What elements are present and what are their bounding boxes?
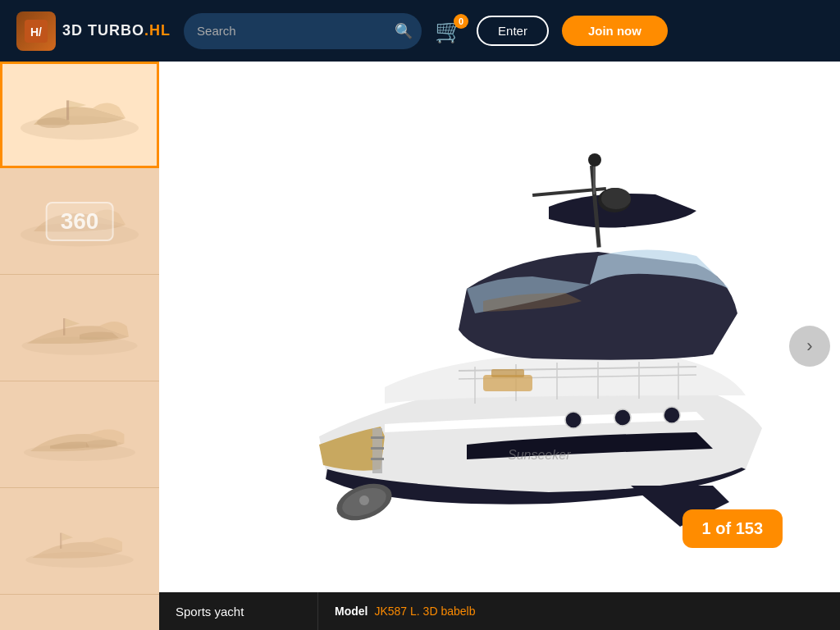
- next-arrow-icon: ›: [806, 336, 812, 357]
- svg-rect-10: [60, 532, 62, 548]
- badge-360: 360: [46, 202, 114, 241]
- yacht-thumbnail-5: [14, 509, 145, 574]
- svg-point-16: [601, 188, 631, 209]
- svg-rect-3: [66, 100, 69, 120]
- logo-3d: 3D: [62, 22, 83, 39]
- sidebar: 360: [0, 62, 159, 630]
- cart-container[interactable]: 🛒 0: [435, 17, 463, 44]
- search-container: 🔍: [184, 13, 422, 49]
- svg-point-4: [37, 117, 70, 128]
- yacht-thumbnail-1: [14, 82, 145, 148]
- footer-bar: Sports yacht Model JK587 L. 3D babelb: [159, 592, 840, 630]
- header: H/ 3D TURBO.HL 🔍 🛒 0 Enter Join now: [0, 0, 840, 62]
- svg-rect-7: [63, 318, 65, 336]
- svg-rect-19: [371, 447, 384, 450]
- svg-point-35: [664, 407, 680, 423]
- sidebar-item-3[interactable]: [0, 275, 159, 381]
- svg-rect-17: [372, 428, 382, 473]
- svg-rect-13: [593, 162, 596, 194]
- join-button[interactable]: Join now: [562, 16, 668, 46]
- logo-turbo: TURBO: [88, 22, 144, 39]
- svg-point-14: [588, 153, 601, 167]
- logo-icon: H/: [16, 11, 56, 51]
- sidebar-item-4[interactable]: [0, 381, 159, 488]
- logo-hl: .HL: [144, 22, 171, 39]
- svg-rect-20: [371, 458, 384, 460]
- next-button[interactable]: ›: [789, 326, 830, 367]
- logo[interactable]: H/ 3D TURBO.HL: [16, 11, 171, 51]
- search-button[interactable]: 🔍: [386, 13, 422, 49]
- footer-model: Model JK587 L. 3D babelb: [318, 605, 491, 618]
- logo-text: 3D TURBO.HL: [62, 22, 171, 39]
- svg-point-33: [565, 412, 582, 428]
- svg-text:H/: H/: [30, 25, 42, 39]
- yacht-thumbnail-3: [14, 295, 145, 361]
- svg-point-34: [614, 409, 631, 426]
- svg-rect-31: [491, 369, 524, 377]
- svg-rect-18: [371, 436, 384, 439]
- footer-model-label: Model: [335, 605, 368, 618]
- main-yacht-image: Sunseeker: [221, 125, 778, 568]
- sidebar-item-360[interactable]: 360: [0, 168, 159, 275]
- enter-button[interactable]: Enter: [477, 16, 549, 46]
- footer-model-value: JK587 L. 3D babelb: [374, 605, 475, 618]
- counter-badge: 1 of 153: [682, 509, 783, 548]
- svg-text:Sunseeker: Sunseeker: [508, 448, 571, 462]
- main-content: 360: [0, 62, 840, 630]
- footer-category: Sports yacht: [159, 592, 318, 630]
- svg-point-23: [359, 495, 369, 505]
- cart-badge: 0: [454, 14, 468, 29]
- yacht-thumbnail-4: [14, 402, 145, 468]
- viewer: Sunseeker › 1 of 153 Sports yacht Model …: [159, 62, 840, 630]
- sidebar-item-1[interactable]: [0, 62, 159, 168]
- sidebar-item-5[interactable]: [0, 488, 159, 595]
